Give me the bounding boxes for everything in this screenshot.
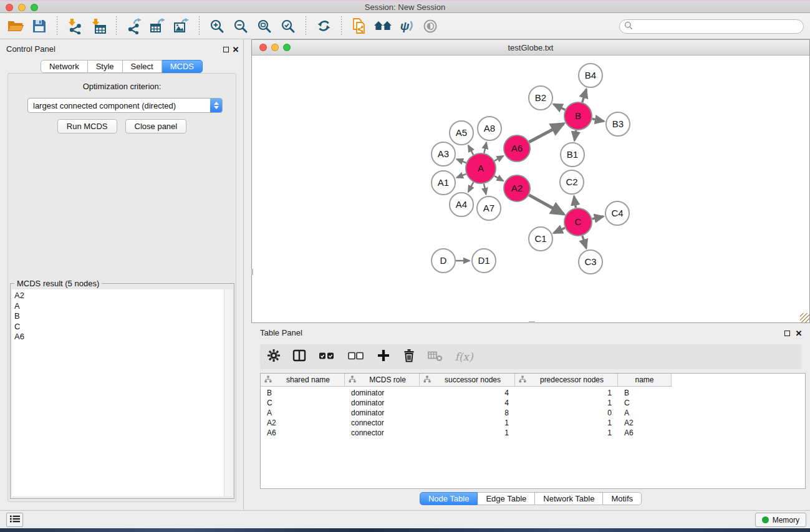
table-cell[interactable]: B [261, 389, 345, 397]
show-all-columns-button[interactable] [316, 347, 337, 366]
tab-edge-table[interactable]: Edge Table [478, 492, 535, 505]
table-row[interactable]: A6connector11A6 [261, 428, 805, 438]
table-cell[interactable]: B [618, 389, 672, 397]
table-cell[interactable]: 1 [515, 418, 618, 427]
table-row[interactable]: A2connector11A2 [261, 418, 805, 428]
mcds-result-item[interactable]: B [14, 311, 224, 322]
mcds-result-item[interactable]: A6 [14, 332, 224, 342]
column-header[interactable]: name [618, 374, 672, 387]
graph-edge[interactable] [494, 176, 503, 181]
table-cell[interactable]: 1 [515, 389, 618, 397]
network-graph[interactable]: B4B2BB3A8A5A6A3B1AA1C2A2A4A7C4CC1C3DD1 [252, 56, 809, 322]
create-column-button[interactable] [375, 347, 392, 366]
table-cell[interactable]: connector [345, 418, 420, 427]
mcds-result-item[interactable]: C [14, 322, 224, 332]
table-cell[interactable]: 8 [420, 409, 515, 417]
graph-edge[interactable] [529, 195, 564, 215]
graph-edge[interactable] [554, 228, 565, 233]
save-session-button[interactable] [27, 15, 51, 37]
import-table-button[interactable] [87, 15, 110, 37]
graph-edge[interactable] [529, 123, 564, 142]
table-cell[interactable]: 1 [515, 428, 618, 437]
import-network-button[interactable] [63, 15, 87, 37]
network-window-titlebar[interactable]: testGlobe.txt [252, 40, 809, 56]
column-header[interactable]: MCDS role [345, 374, 420, 387]
delete-column-button[interactable] [400, 347, 418, 366]
table-cell[interactable]: 4 [420, 399, 515, 407]
tab-motifs[interactable]: Motifs [603, 492, 642, 505]
float-table-panel-icon[interactable] [783, 329, 791, 337]
hide-all-columns-button[interactable] [345, 347, 367, 366]
table-row[interactable]: Bdominator41B [261, 388, 805, 398]
criterion-dropdown[interactable]: largest connected component (directed) [27, 98, 223, 113]
run-mcds-button[interactable]: Run MCDS [57, 119, 117, 133]
table-settings-button[interactable] [265, 347, 282, 366]
graph-edge[interactable] [574, 196, 576, 208]
table-cell[interactable]: 1 [420, 418, 515, 427]
table-cell[interactable]: C [261, 399, 345, 407]
table-cell[interactable]: A6 [618, 428, 672, 437]
table-cell[interactable]: dominator [345, 409, 420, 417]
graph-edge[interactable] [554, 104, 566, 110]
graph-edge[interactable] [592, 119, 604, 122]
graph-edge[interactable] [484, 142, 486, 153]
mcds-result-scrollbar[interactable] [224, 289, 233, 496]
graph-edge[interactable] [494, 156, 503, 161]
export-table-button[interactable] [146, 15, 170, 37]
table-cell[interactable]: 0 [515, 409, 618, 417]
graph-edge[interactable] [456, 174, 466, 178]
open-session-button[interactable] [4, 15, 27, 37]
graph-edge[interactable] [582, 236, 586, 248]
export-network-button[interactable] [122, 15, 146, 37]
table-cell[interactable]: C [618, 399, 672, 407]
tab-select[interactable]: Select [123, 60, 162, 73]
network-canvas[interactable]: B4B2BB3A8A5A6A3B1AA1C2A2A4A7C4CC1C3DD1 [252, 56, 809, 322]
graph-edge[interactable] [574, 130, 576, 140]
table-cell[interactable]: dominator [345, 389, 420, 397]
tab-style[interactable]: Style [88, 60, 123, 73]
resize-grip[interactable] [800, 313, 809, 322]
table-row[interactable]: Cdominator41C [261, 398, 805, 408]
column-header[interactable]: predecessor nodes [515, 374, 618, 387]
graph-edge[interactable] [468, 145, 473, 155]
show-panels-button[interactable] [6, 513, 23, 527]
homes-button[interactable] [371, 15, 395, 37]
graph-edge[interactable] [484, 183, 486, 194]
graph-edge[interactable] [468, 182, 473, 192]
table-cell[interactable]: A2 [261, 418, 345, 427]
refresh-button[interactable] [312, 15, 335, 37]
column-header[interactable]: shared name [261, 374, 345, 387]
close-panel-icon[interactable]: ✕ [231, 45, 240, 54]
tab-node-table[interactable]: Node Table [420, 492, 478, 505]
psi-tool-button[interactable]: ψ [395, 15, 418, 37]
memory-button[interactable]: Memory [755, 513, 806, 527]
close-panel-button[interactable]: Close panel [125, 119, 187, 133]
split-view-button[interactable] [291, 347, 308, 366]
table-cell[interactable]: A2 [618, 418, 672, 427]
mcds-result-item[interactable]: A2 [14, 291, 224, 301]
table-cell[interactable]: A [618, 409, 672, 417]
table-cell[interactable]: connector [345, 428, 420, 437]
search-input[interactable] [633, 22, 803, 32]
float-panel-icon[interactable] [221, 45, 230, 54]
table-cell[interactable]: dominator [345, 399, 420, 407]
zoom-selected-button[interactable] [276, 15, 300, 37]
table-cell[interactable]: 1 [420, 428, 515, 437]
zoom-in-button[interactable] [205, 15, 229, 37]
close-table-panel-icon[interactable]: ✕ [794, 329, 803, 337]
table-cell[interactable]: 4 [420, 389, 515, 397]
graph-edge[interactable] [456, 159, 466, 163]
graph-edge[interactable] [592, 216, 603, 219]
zoom-out-button[interactable] [229, 15, 253, 37]
clone-network-button[interactable] [347, 15, 371, 37]
table-cell[interactable]: A6 [261, 428, 345, 437]
table-cell[interactable]: A [261, 409, 345, 417]
graph-edge[interactable] [582, 89, 586, 102]
tab-mcds[interactable]: MCDS [162, 60, 203, 73]
mcds-result-item[interactable]: A [14, 301, 224, 312]
delete-table-button[interactable] [426, 347, 443, 366]
table-cell[interactable]: 1 [515, 399, 618, 407]
tab-network-table[interactable]: Network Table [535, 492, 603, 505]
function-builder-button[interactable]: f(x) [451, 347, 476, 366]
column-header[interactable]: successor nodes [420, 374, 515, 387]
